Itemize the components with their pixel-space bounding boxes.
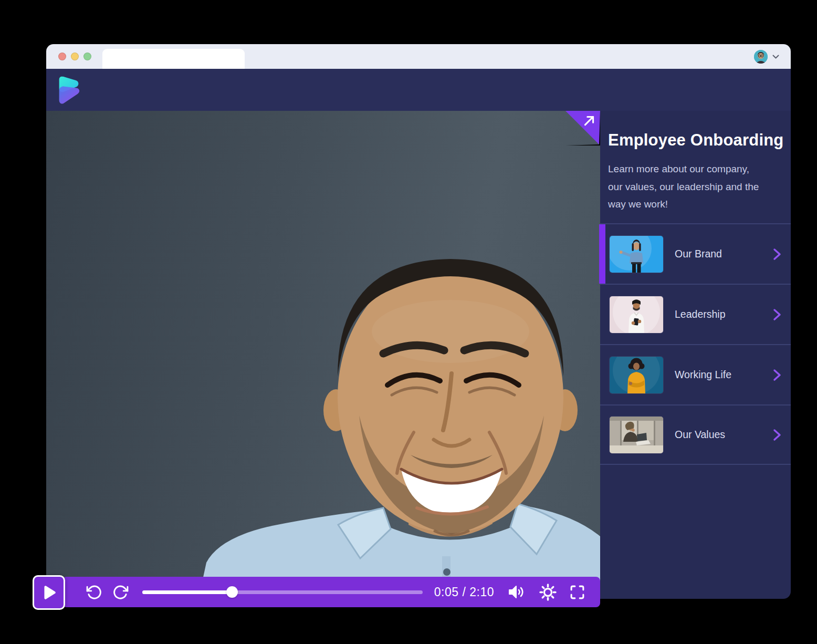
description-line: our values, our leadership and the — [608, 178, 759, 196]
volume-button[interactable] — [508, 584, 527, 600]
chapter-item-leadership[interactable]: Leadership — [600, 284, 791, 344]
chapter-item-working-life[interactable]: Working Life — [600, 344, 791, 404]
chevron-down-icon[interactable] — [772, 55, 779, 59]
arrow-up-right-icon — [582, 114, 596, 128]
chapter-item-our-brand[interactable]: Our Brand — [600, 223, 791, 284]
rewind-button[interactable] — [86, 584, 102, 600]
avatar-image — [754, 50, 768, 64]
chapter-label: Leadership — [675, 308, 726, 320]
chevron-right-icon — [773, 369, 781, 381]
progress-bar[interactable] — [142, 590, 423, 594]
brand-mark-icon — [57, 75, 81, 105]
progress-played — [142, 590, 232, 594]
chapter-label: Our Values — [675, 429, 725, 441]
page-background: 0:05 / 2:10 — [0, 0, 817, 644]
volume-icon — [508, 584, 527, 600]
chapter-thumbnail-working-life — [610, 357, 663, 393]
window-controls — [58, 53, 91, 60]
main-content: 0:05 / 2:10 — [46, 111, 791, 599]
player-controls-bar: 0:05 / 2:10 — [62, 577, 600, 607]
chapter-thumbnail-our-brand — [610, 236, 663, 273]
progress-scrubber[interactable] — [226, 586, 238, 598]
chapter-list: Our Brand — [600, 223, 791, 465]
video-frame-presenter — [46, 111, 600, 599]
chapter-label: Our Brand — [675, 248, 722, 260]
sidebar-panel: Employee Onboarding Learn more about our… — [600, 111, 791, 599]
user-avatar[interactable] — [754, 50, 768, 64]
close-button[interactable] — [58, 53, 66, 60]
chapter-thumbnail-leadership — [610, 296, 663, 333]
playlist-description: Learn more about our company, our values… — [608, 160, 759, 213]
chapter-thumbnail-our-values — [610, 417, 663, 453]
playlist-title: Employee Onboarding — [608, 131, 784, 150]
app-header — [46, 69, 791, 111]
time-display: 0:05 / 2:10 — [434, 585, 494, 599]
chevron-right-icon — [773, 429, 781, 441]
fullscreen-button[interactable] — [569, 584, 585, 600]
play-button[interactable] — [33, 575, 65, 610]
play-icon — [40, 584, 57, 601]
gear-icon — [539, 584, 557, 601]
settings-button[interactable] — [539, 584, 557, 601]
chevron-right-icon — [773, 248, 781, 261]
expand-corner-button[interactable] — [565, 111, 600, 146]
account-menu — [754, 50, 779, 64]
minimize-button[interactable] — [71, 53, 79, 60]
forward-button[interactable] — [112, 584, 129, 600]
chapter-item-our-values[interactable]: Our Values — [600, 404, 791, 465]
maximize-button[interactable] — [83, 53, 91, 60]
chapter-label: Working Life — [675, 369, 731, 381]
video-player[interactable]: 0:05 / 2:10 — [46, 111, 600, 599]
rewind-icon — [86, 584, 102, 600]
browser-chrome — [46, 44, 791, 69]
description-line: Learn more about our company, — [608, 160, 759, 178]
fullscreen-icon — [569, 584, 585, 600]
brand-logo[interactable] — [57, 75, 81, 105]
chevron-right-icon — [773, 308, 781, 321]
description-line: way we work! — [608, 195, 759, 213]
browser-tab[interactable] — [102, 49, 245, 69]
browser-window: 0:05 / 2:10 — [46, 44, 791, 599]
forward-icon — [112, 584, 129, 600]
